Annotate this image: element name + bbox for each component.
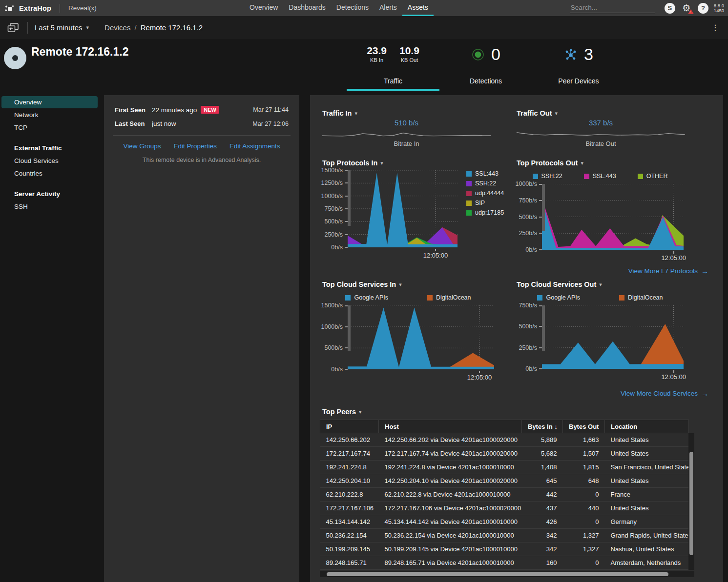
legend-item-ssh-22[interactable]: SSH:22 (533, 173, 562, 180)
tab-traffic[interactable]: 23.9 KB In 10.9 KB Out Traffic (347, 43, 439, 91)
cell-host[interactable]: 89.248.165.71 via Device 4201ac100001000… (379, 556, 522, 570)
cell-host[interactable]: 142.250.66.202 via Device 4201ac10000200… (379, 433, 522, 447)
horizontal-scrollbar-thumb[interactable] (327, 572, 668, 576)
sidebar-item-cloud-services[interactable]: Cloud Services (1, 155, 98, 167)
legend-item-ssl-443[interactable]: SSL:443 (584, 173, 616, 180)
legend-item-udp-17185[interactable]: udp:17185 (466, 209, 504, 216)
edit-assignments-link[interactable]: Edit Assignments (229, 142, 280, 150)
cell-ip[interactable]: 50.199.209.145 (320, 542, 379, 556)
table-row[interactable]: 142.250.66.202142.250.66.202 via Device … (320, 433, 689, 447)
table-row[interactable]: 172.217.167.106172.217.167.106 via Devic… (320, 502, 689, 515)
table-row[interactable]: 89.248.165.7189.248.165.71 via Device 42… (320, 556, 689, 570)
cell-host[interactable]: 142.250.204.10 via Device 4201ac10000200… (379, 474, 522, 488)
topnav-item-dashboards[interactable]: Dashboards (283, 0, 331, 16)
pane-toggle-button[interactable] (6, 21, 21, 34)
table-row[interactable]: 50.236.22.15450.236.22.154 via Device 42… (320, 529, 689, 542)
cell-ip[interactable]: 45.134.144.142 (320, 515, 379, 529)
breadcrumb-devices-link[interactable]: Devices (104, 23, 130, 32)
topnav-item-overview[interactable]: Overview (244, 0, 283, 16)
cell-host[interactable]: 192.241.224.8 via Device 4201ac100001000… (379, 461, 522, 474)
cell-host[interactable]: 50.199.209.145 via Device 4201ac10000100… (379, 542, 522, 556)
cell-bytes-in: 1,408 (522, 461, 563, 474)
cell-ip[interactable]: 62.210.222.8 (320, 488, 379, 502)
topnav-item-assets[interactable]: Assets (402, 0, 434, 16)
legend-item-digitalocean[interactable]: DigitalOcean (427, 294, 471, 301)
table-row[interactable]: 172.217.167.74172.217.167.74 via Device … (320, 447, 689, 461)
legend-swatch-udp-17185 (466, 210, 472, 216)
cell-host[interactable]: 50.236.22.154 via Device 4201ac100001000… (379, 529, 522, 542)
settings-gear-icon[interactable]: ⚙ ! (681, 2, 692, 14)
kebab-menu-icon[interactable]: ⋮ (711, 23, 719, 32)
edit-properties-link[interactable]: Edit Properties (173, 142, 217, 150)
sidebar-item-countries[interactable]: Countries (1, 167, 98, 180)
legend-item-digitalocean[interactable]: DigitalOcean (619, 294, 663, 301)
cell-location: France (605, 488, 689, 502)
table-row[interactable]: 45.134.144.14245.134.144.142 via Device … (320, 515, 689, 529)
vertical-scrollbar-thumb[interactable] (689, 452, 693, 555)
legend-item-google-apis[interactable]: Google APIs (345, 294, 388, 301)
legend-item-udp-44444[interactable]: udp:44444 (466, 190, 504, 197)
help-icon[interactable]: ? (698, 3, 708, 14)
cell-bytes-out: 1,663 (563, 433, 605, 447)
legend-swatch-google-apis (345, 295, 351, 301)
view-more-cloud-services-link[interactable]: View More Cloud Services → (621, 389, 708, 398)
column-header-location[interactable]: Location (605, 420, 689, 433)
legend-item-sip[interactable]: SIP (466, 200, 504, 206)
table-row[interactable]: 192.241.224.8192.241.224.8 via Device 42… (320, 461, 689, 474)
column-header-ip[interactable]: IP (320, 420, 379, 433)
cell-host[interactable]: 172.217.167.106 via Device 4201ac1000020… (379, 502, 522, 515)
view-groups-link[interactable]: View Groups (123, 142, 161, 150)
cell-bytes-out: 1,507 (563, 447, 605, 461)
traffic-in-title[interactable]: Traffic In ▾ (322, 108, 491, 119)
sidebar-item-network[interactable]: Network (1, 109, 98, 121)
app-root: ExtraHop Reveal(x) OverviewDashboardsDet… (0, 0, 728, 582)
legend-label: DigitalOcean (436, 294, 471, 301)
legend-item-other[interactable]: OTHER (638, 173, 668, 180)
tab-peer-devices[interactable]: 3 Peer Devices (532, 43, 625, 91)
cell-ip[interactable]: 172.217.167.106 (320, 502, 379, 515)
cell-ip[interactable]: 142.250.204.10 (320, 474, 379, 488)
top-cloud-services-out-title[interactable]: Top Cloud Services Out ▾ (517, 279, 684, 290)
sidebar-item-ssh[interactable]: SSH (1, 201, 98, 213)
cell-ip[interactable]: 142.250.66.202 (320, 433, 379, 447)
column-header-host[interactable]: Host (379, 420, 522, 433)
top-protocols-in-title[interactable]: Top Protocols In ▾ (322, 158, 504, 168)
column-header-bytes-out[interactable]: Bytes Out (563, 420, 605, 433)
cell-ip[interactable]: 89.248.165.71 (320, 556, 379, 570)
cell-host[interactable]: 45.134.144.142 via Device 4201ac10000100… (379, 515, 522, 529)
table-row[interactable]: 62.210.222.862.210.222.8 via Device 4201… (320, 488, 689, 502)
y-axis-tick-label: 1250b/s (321, 180, 343, 186)
cell-bytes-out: 1,815 (563, 461, 605, 474)
tab-peer-devices-label: Peer Devices (558, 77, 599, 85)
top-peers-title[interactable]: Top Peers ▾ (322, 406, 362, 417)
legend-item-google-apis[interactable]: Google APIs (537, 294, 580, 301)
cell-host[interactable]: 172.217.167.74 via Device 4201ac10000200… (379, 447, 522, 461)
time-range-selector[interactable]: Last 5 minutes ▾ (35, 23, 89, 32)
cell-ip[interactable]: 172.217.167.74 (320, 447, 379, 461)
x-axis-tick-mark (673, 370, 674, 373)
legend-item-ssl-443[interactable]: SSL:443 (466, 170, 504, 177)
cell-ip[interactable]: 50.236.22.154 (320, 529, 379, 542)
top-peers-table-wrap: IPHostBytes In ↓Bytes OutLocation 142.25… (320, 420, 694, 570)
topnav-item-detections[interactable]: Detections (331, 0, 374, 16)
search-input[interactable] (570, 3, 655, 13)
cell-host[interactable]: 62.210.222.8 via Device 4201ac1000010000 (379, 488, 522, 502)
table-row[interactable]: 50.199.209.14550.199.209.145 via Device … (320, 542, 689, 556)
topnav-item-alerts[interactable]: Alerts (374, 0, 402, 16)
legend-item-ssh-22[interactable]: SSH:22 (466, 180, 504, 187)
top-cloud-services-in-title[interactable]: Top Cloud Services In ▾ (322, 279, 494, 290)
column-header-bytes-in[interactable]: Bytes In ↓ (522, 420, 563, 433)
view-more-l7-protocols-link[interactable]: View More L7 Protocols → (628, 267, 708, 275)
traffic-out-title[interactable]: Traffic Out ▾ (517, 108, 685, 119)
tab-detections[interactable]: 0 Detections (439, 43, 532, 91)
top-protocols-out-title[interactable]: Top Protocols Out ▾ (517, 158, 684, 168)
table-row[interactable]: 142.250.204.10142.250.204.10 via Device … (320, 474, 689, 488)
sidebar-item-tcp[interactable]: TCP (1, 121, 98, 134)
cell-ip[interactable]: 192.241.224.8 (320, 461, 379, 474)
sidebar-item-overview[interactable]: Overview (1, 96, 98, 108)
traffic-charts-panel: Traffic In ▾ 510 b/s Bitrate In Traffic … (310, 95, 723, 582)
user-avatar[interactable]: S (665, 3, 675, 14)
new-badge: NEW (201, 106, 219, 114)
divider (113, 135, 291, 136)
chevron-down-icon: ▾ (354, 110, 357, 117)
